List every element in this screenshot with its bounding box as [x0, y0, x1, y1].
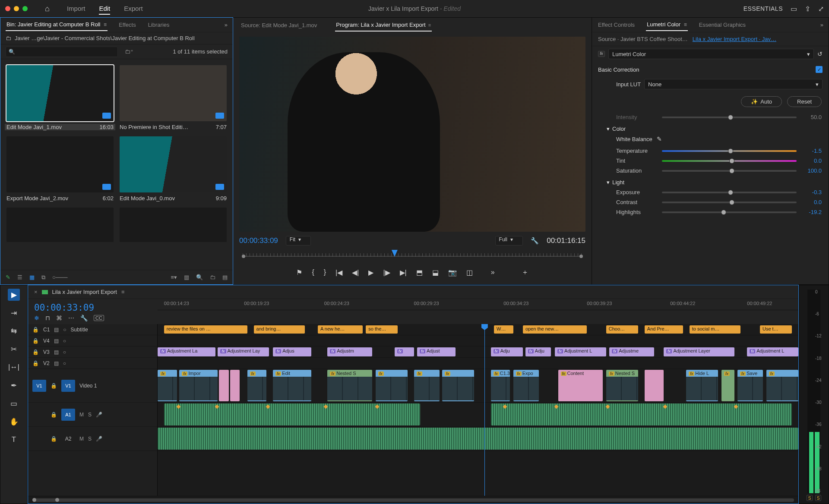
add-marker-button[interactable]: ⚑ [296, 268, 302, 277]
audio-clip[interactable] [164, 403, 421, 425]
bin-item[interactable] [6, 208, 114, 242]
write-icon[interactable]: ✎ [6, 274, 10, 280]
video-clip[interactable]: fxNested S [327, 370, 372, 401]
adjustment-clip[interactable]: fxAdjustment L [747, 347, 798, 356]
eye-icon[interactable]: ○ [63, 349, 66, 355]
caption-clip[interactable]: so the… [366, 325, 398, 334]
program-video[interactable] [239, 37, 585, 232]
sort-icon[interactable]: ≡▾ [171, 274, 177, 280]
video-clip[interactable] [645, 370, 664, 401]
video-clip[interactable]: fxContent [558, 370, 603, 401]
video-clip[interactable]: fx [442, 370, 474, 401]
video-clip[interactable] [230, 370, 240, 401]
exposure-value[interactable]: -0.3 [801, 189, 822, 195]
temperature-value[interactable]: -1.5 [801, 148, 822, 154]
mic-icon[interactable]: 🎤 [96, 412, 102, 418]
intensity-slider[interactable] [662, 117, 797, 118]
contrast-value[interactable]: 0.0 [801, 199, 822, 205]
new-item-icon[interactable]: ▤ [222, 274, 228, 280]
go-out-button[interactable]: ▶| [400, 268, 407, 277]
video-clip[interactable] [219, 370, 228, 401]
tab-essential-graphics[interactable]: Essential Graphics [698, 19, 747, 31]
track-header-v1[interactable]: V1 🔒 V1 Video 1 [28, 369, 157, 403]
caption-clip[interactable]: and bring… [254, 325, 305, 334]
lock-icon[interactable]: 🔒 [32, 349, 39, 355]
auto-button[interactable]: ✨Auto [741, 96, 782, 107]
video-clip[interactable]: fxC1.3 [491, 370, 510, 401]
audio-clip[interactable] [158, 428, 798, 450]
adjustment-clip[interactable]: fxAdjustment La [158, 347, 215, 356]
eye-icon[interactable]: ○ [63, 327, 66, 333]
video-clip[interactable]: fxHide L [686, 370, 718, 401]
solo-button[interactable]: S [88, 412, 92, 418]
overflow-icon[interactable]: » [491, 268, 495, 276]
adjustment-clip[interactable]: fxAdjustment Layer [664, 347, 734, 356]
bin-item[interactable]: Export Mode Javi_2.mov6:02 [6, 136, 114, 202]
sequence-name[interactable]: Lila x Javier Import Export [52, 289, 117, 295]
video-clip[interactable]: fxEdit [273, 370, 311, 401]
adjustment-clip[interactable]: fx [395, 347, 414, 356]
effect-dropdown[interactable]: Lumetri Color▾ [608, 49, 814, 59]
video-clip[interactable]: fx [376, 370, 408, 401]
caption-clip[interactable]: And Pre… [645, 325, 683, 334]
window-controls[interactable] [5, 6, 28, 11]
tab-effects[interactable]: Effects [118, 19, 137, 31]
zoom-slider-icon[interactable]: ○─── [52, 274, 67, 280]
step-back-button[interactable]: ◀| [352, 268, 359, 277]
lock-icon[interactable]: 🔒 [32, 360, 39, 366]
export-frame-button[interactable]: 📷 [448, 268, 457, 277]
bin-item[interactable] [120, 208, 227, 242]
close-window[interactable] [5, 6, 10, 11]
eye-icon[interactable]: ○ [63, 338, 66, 344]
lock-icon[interactable]: 🔒 [51, 383, 57, 389]
meter-bars[interactable]: 0-6-12 -18-24-30 -36-42-48 dB [807, 290, 820, 493]
close-sequence-icon[interactable]: × [34, 289, 38, 295]
minimize-window[interactable] [14, 6, 19, 11]
fit-dropdown[interactable]: Fit ▾ [286, 236, 311, 246]
audio-clip[interactable] [491, 403, 792, 425]
tab-source[interactable]: Source: Edit Mode Javi_1.mov [240, 19, 318, 31]
step-fwd-button[interactable]: |▶ [383, 268, 390, 277]
play-button[interactable]: ▶ [368, 268, 373, 277]
track-header-a1[interactable]: 🔒 A1 M S 🎤 [28, 403, 157, 427]
track-select-tool-icon[interactable]: ⇥ [8, 307, 20, 319]
section-color[interactable]: ▾Color [592, 122, 829, 134]
caption-clip[interactable]: review the files on … [164, 325, 247, 334]
adjustment-clip[interactable]: fxAdjustm [327, 347, 372, 356]
hand-tool-icon[interactable]: ✋ [8, 416, 20, 428]
mute-button[interactable]: M [79, 412, 84, 418]
adjustment-clip[interactable]: fxAdju [525, 347, 551, 356]
video-clip[interactable]: fxExpo [513, 370, 539, 401]
video-clip[interactable]: fx [247, 370, 267, 401]
source-v1[interactable]: V1 [32, 380, 46, 392]
program-timecode[interactable]: 00:00:33:09 [239, 236, 278, 245]
comparison-button[interactable]: ◫ [466, 268, 473, 277]
bin-item[interactable]: No Premiere in Shot Editi…7:07 [120, 65, 227, 130]
saturation-value[interactable]: 100.0 [801, 167, 822, 174]
selection-tool-icon[interactable]: ▶ [8, 289, 20, 301]
video-clip[interactable]: fx [158, 370, 177, 401]
tint-slider[interactable] [662, 160, 797, 162]
share-icon[interactable]: ⇪ [805, 5, 810, 13]
freeform-icon[interactable]: ⧉ [41, 274, 45, 281]
lock-icon[interactable]: 🔒 [32, 327, 39, 333]
go-in-button[interactable]: |◀ [335, 268, 342, 277]
panel-menu-icon[interactable]: ≡ [428, 22, 431, 28]
program-scrubber[interactable] [239, 250, 585, 262]
automate-icon[interactable]: ▥ [184, 274, 189, 280]
lock-icon[interactable]: 🔒 [51, 412, 57, 418]
video-clip[interactable]: fx [766, 370, 798, 401]
markers-icon[interactable]: ⋯ [68, 315, 74, 321]
basic-enabled-checkbox[interactable]: ✓ [816, 66, 823, 73]
video-clip[interactable]: fxSave [737, 370, 763, 401]
caption-clip[interactable]: Use t… [760, 325, 792, 334]
section-light[interactable]: ▾Light [592, 176, 829, 187]
adjustment-clip[interactable]: fxAdjustment L [555, 347, 606, 356]
video-clip[interactable]: fxNested S [606, 370, 638, 401]
link-icon[interactable]: ⌘ [56, 315, 62, 321]
video-clip[interactable]: fx [414, 370, 440, 401]
bin-item[interactable]: Edit Mode Javi_0.mov9:09 [120, 136, 227, 202]
solo-right-button[interactable]: S [815, 495, 821, 501]
playhead[interactable] [484, 324, 485, 496]
breadcrumb[interactable]: 🗀 Javier …ge\Javier - Commercial Shots\J… [0, 32, 233, 44]
